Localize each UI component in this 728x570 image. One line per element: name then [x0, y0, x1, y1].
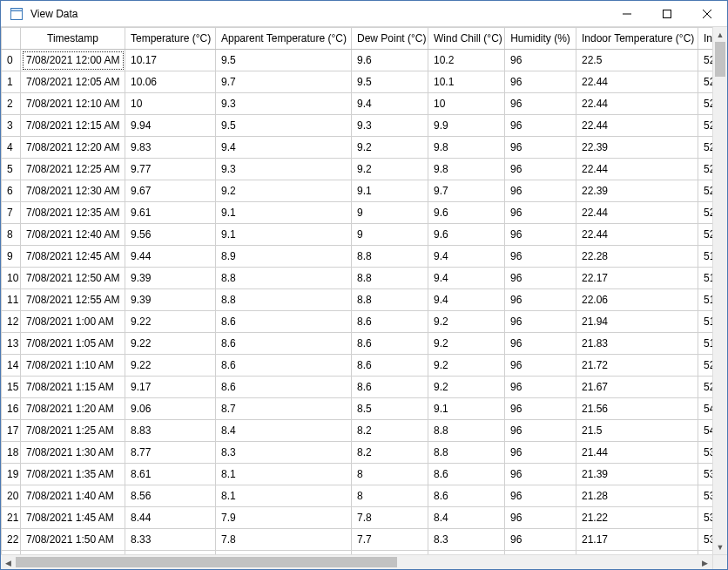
- cell-timestamp[interactable]: 7/08/2021 1:10 AM: [21, 355, 125, 377]
- cell-apparent-temperature[interactable]: 9.7: [216, 71, 352, 93]
- horizontal-scrollbar[interactable]: ◀ ▶: [1, 554, 712, 569]
- scroll-up-arrow-icon[interactable]: ▲: [713, 27, 727, 42]
- cell-temperature[interactable]: 9.56: [125, 224, 216, 246]
- table-row[interactable]: 177/08/2021 1:25 AM8.838.48.28.89621.554: [2, 420, 713, 442]
- cell-temperature[interactable]: 10.06: [125, 71, 216, 93]
- cell-temperature[interactable]: 9.39: [125, 268, 216, 289]
- row-header[interactable]: 17: [2, 420, 21, 442]
- cell-partial[interactable]: 53: [698, 485, 713, 507]
- cell-partial[interactable]: 52: [698, 50, 713, 71]
- cell-timestamp[interactable]: 7/08/2021 1:25 AM: [21, 420, 125, 442]
- cell-apparent-temperature[interactable]: 9.3: [216, 159, 352, 180]
- row-header[interactable]: 4: [2, 137, 21, 159]
- data-grid[interactable]: Timestamp Temperature (°C) Apparent Temp…: [1, 27, 712, 554]
- cell-humidity[interactable]: 96: [505, 507, 576, 529]
- cell-dew-point[interactable]: 8.6: [352, 333, 428, 355]
- cell-apparent-temperature[interactable]: 9.2: [216, 180, 352, 202]
- cell-timestamp[interactable]: 7/08/2021 1:00 AM: [21, 311, 125, 333]
- table-row[interactable]: 67/08/2021 12:30 AM9.679.29.19.79622.395…: [2, 180, 713, 202]
- horizontal-scroll-thumb[interactable]: [16, 557, 397, 567]
- col-header-dew-point[interactable]: Dew Point (°C): [352, 28, 428, 50]
- cell-partial[interactable]: 52: [698, 377, 713, 398]
- vertical-scroll-thumb[interactable]: [715, 42, 725, 77]
- cell-humidity[interactable]: 96: [505, 115, 576, 137]
- cell-indoor-temperature[interactable]: 21.83: [576, 333, 698, 355]
- cell-partial[interactable]: 52: [698, 93, 713, 115]
- cell-timestamp[interactable]: 7/08/2021 1:45 AM: [21, 507, 125, 529]
- cell-timestamp[interactable]: 7/08/2021 1:40 AM: [21, 485, 125, 507]
- cell-humidity[interactable]: 96: [505, 71, 576, 93]
- cell-humidity[interactable]: 96: [505, 420, 576, 442]
- cell-timestamp[interactable]: 7/08/2021 12:25 AM: [21, 159, 125, 180]
- cell-humidity[interactable]: 96: [505, 529, 576, 551]
- cell-temperature[interactable]: 9.17: [125, 377, 216, 398]
- cell-apparent-temperature[interactable]: 8.1: [216, 464, 352, 485]
- cell-humidity[interactable]: 96: [505, 93, 576, 115]
- table-row[interactable]: 157/08/2021 1:15 AM9.178.68.69.29621.675…: [2, 377, 713, 398]
- row-header[interactable]: 19: [2, 464, 21, 485]
- cell-apparent-temperature[interactable]: 8.7: [216, 398, 352, 420]
- row-header[interactable]: 10: [2, 268, 21, 289]
- table-row[interactable]: 47/08/2021 12:20 AM9.839.49.29.89622.395…: [2, 137, 713, 159]
- cell-humidity[interactable]: 96: [505, 180, 576, 202]
- row-header[interactable]: 1: [2, 71, 21, 93]
- cell-wind-chill[interactable]: 9.1: [428, 398, 505, 420]
- cell-dew-point[interactable]: 9.1: [352, 180, 428, 202]
- maximize-button[interactable]: [647, 1, 687, 27]
- cell-apparent-temperature[interactable]: 8.6: [216, 333, 352, 355]
- cell-humidity[interactable]: 96: [505, 311, 576, 333]
- col-header-wind-chill[interactable]: Wind Chill (°C): [428, 28, 505, 50]
- cell-dew-point[interactable]: 9.2: [352, 137, 428, 159]
- cell-apparent-temperature[interactable]: 9.3: [216, 93, 352, 115]
- row-header[interactable]: 20: [2, 485, 21, 507]
- cell-timestamp[interactable]: 7/08/2021 12:05 AM: [21, 71, 125, 93]
- cell-temperature[interactable]: 9.39: [125, 289, 216, 311]
- row-header[interactable]: 8: [2, 224, 21, 246]
- cell-wind-chill[interactable]: 9.4: [428, 289, 505, 311]
- minimize-button[interactable]: [607, 1, 647, 27]
- table-row[interactable]: 87/08/2021 12:40 AM9.569.199.69622.4452: [2, 224, 713, 246]
- cell-humidity[interactable]: 96: [505, 333, 576, 355]
- table-row[interactable]: 127/08/2021 1:00 AM9.228.68.69.29621.945…: [2, 311, 713, 333]
- cell-humidity[interactable]: 96: [505, 398, 576, 420]
- cell-humidity[interactable]: 96: [505, 268, 576, 289]
- cell-wind-chill[interactable]: 9.2: [428, 377, 505, 398]
- row-header[interactable]: 7: [2, 202, 21, 224]
- cell-partial[interactable]: 52: [698, 224, 713, 246]
- cell-dew-point[interactable]: 9.3: [352, 115, 428, 137]
- cell-indoor-temperature[interactable]: 22.44: [576, 202, 698, 224]
- cell-apparent-temperature[interactable]: 9.1: [216, 202, 352, 224]
- cell-temperature[interactable]: 10: [125, 93, 216, 115]
- cell-apparent-temperature[interactable]: 7.8: [216, 529, 352, 551]
- cell-temperature[interactable]: 9.22: [125, 355, 216, 377]
- cell-dew-point[interactable]: 9: [352, 202, 428, 224]
- cell-temperature[interactable]: 8.33: [125, 529, 216, 551]
- table-row[interactable]: 07/08/2021 12:00 AM10.179.59.610.29622.5…: [2, 50, 713, 71]
- cell-partial[interactable]: 52: [698, 137, 713, 159]
- cell-temperature[interactable]: 8.83: [125, 420, 216, 442]
- row-header[interactable]: 18: [2, 442, 21, 464]
- table-row[interactable]: 167/08/2021 1:20 AM9.068.78.59.19621.565…: [2, 398, 713, 420]
- cell-timestamp[interactable]: 7/08/2021 1:30 AM: [21, 442, 125, 464]
- table-row[interactable]: 187/08/2021 1:30 AM8.778.38.28.89621.445…: [2, 442, 713, 464]
- cell-partial[interactable]: 54: [698, 398, 713, 420]
- cell-partial[interactable]: 53: [698, 464, 713, 485]
- row-header[interactable]: 3: [2, 115, 21, 137]
- cell-indoor-temperature[interactable]: 22.44: [576, 224, 698, 246]
- cell-partial[interactable]: 51: [698, 289, 713, 311]
- cell-humidity[interactable]: 96: [505, 442, 576, 464]
- col-header-humidity[interactable]: Humidity (%): [505, 28, 576, 50]
- row-header[interactable]: 22: [2, 529, 21, 551]
- cell-temperature[interactable]: 9.94: [125, 115, 216, 137]
- cell-partial[interactable]: 51: [698, 246, 713, 268]
- cell-apparent-temperature[interactable]: 9.5: [216, 50, 352, 71]
- cell-dew-point[interactable]: 8.6: [352, 377, 428, 398]
- table-row[interactable]: 17/08/2021 12:05 AM10.069.79.510.19622.4…: [2, 71, 713, 93]
- cell-wind-chill[interactable]: 9.7: [428, 180, 505, 202]
- cell-timestamp[interactable]: 7/08/2021 12:55 AM: [21, 289, 125, 311]
- cell-apparent-temperature[interactable]: 8.9: [216, 246, 352, 268]
- cell-wind-chill[interactable]: 8.6: [428, 485, 505, 507]
- cell-indoor-temperature[interactable]: 21.67: [576, 377, 698, 398]
- cell-wind-chill[interactable]: 9.2: [428, 333, 505, 355]
- cell-indoor-temperature[interactable]: 21.44: [576, 442, 698, 464]
